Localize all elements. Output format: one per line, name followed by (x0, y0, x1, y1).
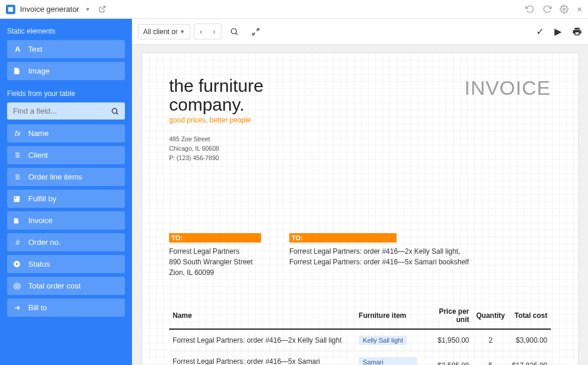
record-picker[interactable]: All client orders ▼ (138, 24, 190, 39)
svg-point-19 (14, 283, 21, 289)
sidebar-item-order-no[interactable]: # Order no. (7, 233, 125, 251)
sidebar-item-image[interactable]: Image (7, 62, 125, 80)
run-play-icon[interactable]: ▶ (554, 26, 561, 37)
app-title: Invoice generator (20, 5, 79, 14)
sidebar-item-status[interactable]: Status (7, 255, 125, 273)
sidebar-item-order-line-items[interactable]: Order line items (7, 168, 125, 186)
sidebar-item-text[interactable]: A Text (7, 40, 125, 58)
record-picker-label: All client orders (143, 28, 177, 36)
svg-rect-16 (14, 196, 20, 202)
sidebar-item-label: Name (28, 129, 49, 138)
sidebar-item-label: Order no. (28, 238, 61, 247)
sidebar-item-label: Bill to (28, 303, 47, 312)
sidebar-item-fulfill-by[interactable]: Fulfill by (7, 190, 125, 208)
calendar-icon (13, 195, 22, 203)
window-header: Invoice generator ▼ × (0, 0, 588, 19)
company-block: the furniture company. good prices, bett… (169, 77, 263, 162)
bill-to-line: Zion, IL 60099 (169, 267, 261, 278)
done-check-icon[interactable]: ✓ (536, 26, 544, 37)
sidebar-item-name[interactable]: fx Name (7, 124, 125, 142)
svg-rect-17 (15, 197, 16, 198)
field-search-input[interactable] (13, 107, 111, 115)
cell-item: Kelly Sall light (355, 329, 421, 351)
cell-total: $3,900.00 (508, 329, 551, 351)
chevron-down-icon: ▼ (180, 29, 185, 35)
to-label: TO: (169, 233, 261, 243)
item-chip: Samari bookshelf (359, 357, 417, 365)
address-line: P: (123) 456-7890 (169, 154, 263, 163)
fields-label: Fields from your table (7, 89, 125, 98)
field-search[interactable] (7, 102, 125, 120)
line-items-table: Name Furniture item Price per unit Quant… (169, 303, 551, 365)
svg-line-0 (102, 6, 105, 10)
sidebar-item-label: Image (28, 67, 49, 75)
text-icon: A (13, 45, 22, 54)
search-icon (111, 107, 119, 115)
sidebar-item-label: Fulfill by (28, 194, 57, 203)
static-elements-label: Static elements (7, 27, 125, 35)
svg-point-21 (231, 29, 236, 34)
sidebar-item-bill-to[interactable]: Bill to (7, 298, 125, 317)
sidebar-item-invoice[interactable]: Invoice (7, 211, 125, 230)
table-row: Forrest Legal Partners: order #416—5x Sa… (169, 351, 551, 365)
col-name: Name (169, 303, 355, 329)
ship-to-block: TO: Forrest Legal Partners: order #416—2… (289, 233, 469, 278)
svg-point-2 (112, 108, 117, 113)
sidebar-item-label: Invoice (28, 216, 52, 225)
lookup-icon (13, 304, 22, 311)
hash-icon: # (13, 238, 22, 247)
link-icon (13, 151, 22, 159)
ship-to-line: Forrest Legal Partners: order #416—2x Ke… (289, 246, 469, 257)
table-row: Forrest Legal Partners: order #416—2x Ke… (169, 329, 551, 351)
bill-to-line: 890 South Wrangler Street (169, 257, 261, 267)
settings-gear-icon[interactable] (560, 5, 569, 14)
address-line: Chicago, IL 60608 (169, 144, 263, 154)
cell-name: Forrest Legal Partners: order #416—5x Sa… (169, 351, 355, 365)
cell-qty: 2 (473, 329, 508, 351)
print-icon[interactable] (572, 26, 582, 36)
undo-icon[interactable] (526, 5, 534, 14)
company-name-line1: the furniture (169, 77, 263, 95)
open-external-icon[interactable] (98, 5, 106, 13)
next-record-button[interactable]: › (207, 24, 220, 39)
link-icon (13, 173, 22, 181)
svg-line-22 (236, 33, 237, 35)
item-chip: Kelly Sall light (359, 336, 407, 345)
canvas-area: All client orders ▼ ‹ › ✓ ▶ (132, 19, 588, 365)
app-icon (6, 5, 15, 14)
sidebar-item-total-order-cost[interactable]: Total order cost (7, 277, 125, 295)
sidebar-item-label: Status (28, 260, 50, 268)
toolbar-search-icon[interactable] (225, 25, 243, 38)
col-item: Furniture item (355, 303, 421, 329)
rollup-icon (13, 282, 22, 290)
expand-icon[interactable] (247, 25, 265, 38)
canvas-scroll[interactable]: the furniture company. good prices, bett… (132, 45, 588, 365)
col-price: Price per unit (421, 303, 473, 329)
company-address: 485 Zoe Street Chicago, IL 60608 P: (123… (169, 135, 263, 162)
svg-point-20 (16, 284, 19, 287)
cell-qty: 5 (473, 351, 508, 365)
bill-to-block: TO: Forrest Legal Partners 890 South Wra… (169, 233, 261, 278)
company-tagline: good prices, better people (169, 116, 263, 124)
svg-line-3 (117, 112, 118, 114)
svg-point-1 (563, 8, 566, 11)
redo-icon[interactable] (543, 5, 551, 14)
invoice-page[interactable]: the furniture company. good prices, bett… (142, 53, 578, 365)
cell-price: $1,950.00 (421, 329, 473, 351)
prev-record-button[interactable]: ‹ (194, 24, 207, 39)
cell-name: Forrest Legal Partners: order #416—2x Ke… (169, 329, 355, 351)
title-dropdown-caret-icon[interactable]: ▼ (85, 6, 90, 12)
cell-price: $3,585.00 (421, 351, 473, 365)
status-icon (13, 260, 22, 268)
address-line: 485 Zoe Street (169, 135, 263, 144)
sidebar-item-label: Total order cost (28, 281, 81, 290)
bill-to-line: Forrest Legal Partners (169, 246, 261, 257)
sidebar-item-client[interactable]: Client (7, 146, 125, 164)
sidebar: Static elements A Text Image Fields from… (0, 19, 132, 365)
sidebar-item-label: Order line items (28, 172, 82, 181)
sidebar-item-label: Client (28, 151, 48, 160)
col-qty: Quantity (473, 303, 508, 329)
canvas-toolbar: All client orders ▼ ‹ › ✓ ▶ (132, 19, 588, 45)
close-icon[interactable]: × (577, 4, 582, 14)
sidebar-item-label: Text (28, 45, 42, 54)
